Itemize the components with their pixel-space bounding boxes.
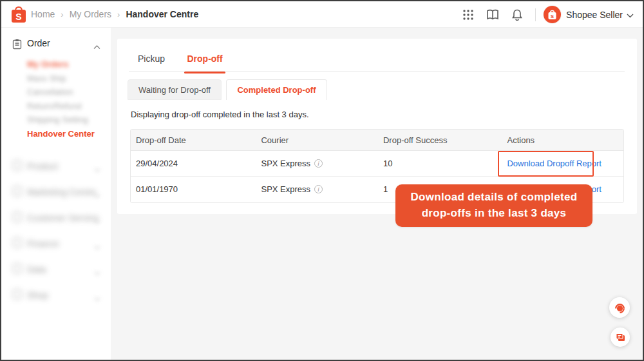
dropoff-date-cell: 01/01/1970 bbox=[131, 177, 256, 202]
courier-cell: SPX Expressi bbox=[256, 177, 378, 202]
sidebar-item-blurred[interactable]: Return/Refund bbox=[27, 99, 111, 113]
col-dropoff-date: Drop-off Date bbox=[131, 130, 256, 150]
chat-bubble-icon bbox=[615, 332, 626, 343]
section-icon bbox=[12, 212, 22, 224]
sidebar-section-blurred[interactable]: Customer Service bbox=[1, 206, 111, 231]
user-avatar[interactable]: S bbox=[544, 6, 561, 23]
breadcrumb-separator-icon: › bbox=[117, 10, 120, 19]
highlight-box-annotation bbox=[498, 151, 594, 177]
app-window: S Home›My Orders›Handover Centre bbox=[0, 0, 644, 361]
sidebar-section-order[interactable]: Order bbox=[1, 37, 111, 52]
sidebar: Order My Orders Mass Ship Cancellation R… bbox=[1, 28, 111, 360]
breadcrumb-my-orders[interactable]: My Orders bbox=[70, 9, 111, 19]
col-actions: Actions bbox=[502, 130, 623, 150]
chevron-down-icon bbox=[94, 292, 100, 304]
chat-button[interactable] bbox=[611, 327, 630, 347]
callout-line1: Download details of completed bbox=[395, 189, 592, 205]
section-icon bbox=[12, 264, 22, 276]
svg-text:S: S bbox=[551, 13, 554, 19]
info-icon[interactable]: i bbox=[314, 185, 323, 193]
shopee-logo-icon[interactable]: S bbox=[9, 5, 28, 24]
section-icon bbox=[12, 161, 22, 173]
table-header-row: Drop-off Date Courier Drop-off Success A… bbox=[131, 130, 623, 151]
sidebar-section-blurred[interactable]: Shop bbox=[1, 283, 111, 309]
col-courier: Courier bbox=[256, 130, 378, 150]
sidebar-section-blurred[interactable]: Marketing Centre bbox=[1, 180, 111, 206]
sidebar-section-blurred[interactable]: Data bbox=[1, 257, 111, 283]
chevron-down-icon bbox=[94, 240, 100, 252]
courier-name: SPX Express bbox=[261, 184, 310, 194]
subtab-bar: Waiting for Drop-off Completed Drop-off bbox=[128, 79, 625, 101]
breadcrumb: Home›My Orders›Handover Centre bbox=[31, 1, 198, 28]
chevron-down-icon bbox=[94, 215, 100, 226]
headset-icon bbox=[614, 302, 626, 314]
sidebar-item-handover-center[interactable]: Handover Center bbox=[27, 127, 111, 141]
top-bar: S Home›My Orders›Handover Centre bbox=[1, 1, 643, 28]
callout-tooltip: Download details of completed drop-offs … bbox=[395, 184, 592, 227]
learning-book-icon[interactable] bbox=[486, 8, 499, 21]
dropoff-success-cell: 10 bbox=[378, 151, 502, 176]
page-title: Handover Centre bbox=[126, 9, 198, 19]
chevron-down-icon[interactable] bbox=[627, 9, 634, 21]
tab-drop-off[interactable]: Drop-off bbox=[185, 39, 223, 72]
courier-cell: SPX Expressi bbox=[256, 151, 378, 176]
chevron-down-icon bbox=[94, 163, 100, 175]
callout-line2: drop-offs in the last 3 days bbox=[395, 205, 592, 221]
section-icon bbox=[12, 289, 22, 302]
sidebar-section-blurred[interactable]: Finance bbox=[1, 231, 111, 257]
sidebar-order-label: Order bbox=[27, 38, 50, 48]
sidebar-item-blurred[interactable]: My Orders bbox=[27, 57, 111, 72]
section-icon bbox=[12, 186, 22, 199]
header-divider bbox=[535, 8, 536, 21]
sidebar-section-blurred[interactable]: Product bbox=[1, 154, 111, 180]
tab-pickup[interactable]: Pickup bbox=[137, 39, 166, 72]
notifications-bell-icon[interactable] bbox=[511, 8, 524, 21]
dropoff-date-cell: 29/04/2024 bbox=[131, 151, 256, 176]
section-icon bbox=[12, 238, 22, 250]
tab-bar: Pickup Drop-off bbox=[129, 39, 625, 72]
sidebar-item-blurred[interactable]: Cancellation bbox=[27, 85, 111, 99]
chevron-down-icon bbox=[94, 189, 100, 200]
courier-name: SPX Express bbox=[261, 159, 310, 168]
svg-text:S: S bbox=[15, 12, 21, 22]
chevron-down-icon bbox=[94, 266, 100, 278]
user-name[interactable]: Shopee Seller bbox=[566, 10, 623, 20]
breadcrumb-separator-icon: › bbox=[61, 10, 63, 19]
display-range-note: Displaying drop-off completed in the las… bbox=[131, 110, 309, 119]
info-icon[interactable]: i bbox=[314, 159, 323, 168]
support-help-button[interactable] bbox=[609, 297, 630, 318]
chevron-up-icon[interactable] bbox=[93, 41, 100, 52]
sidebar-item-blurred[interactable]: Mass Ship bbox=[27, 72, 111, 86]
breadcrumb-home[interactable]: Home bbox=[31, 9, 55, 19]
sidebar-item-blurred[interactable]: Shipping Setting bbox=[27, 113, 111, 127]
col-dropoff-success: Drop-off Success bbox=[378, 130, 502, 150]
apps-grid-icon[interactable] bbox=[462, 8, 475, 21]
order-clipboard-icon bbox=[12, 39, 22, 52]
subtab-waiting-for-drop-off[interactable]: Waiting for Drop-off bbox=[128, 79, 222, 100]
subtab-completed-drop-off[interactable]: Completed Drop-off bbox=[226, 79, 327, 100]
